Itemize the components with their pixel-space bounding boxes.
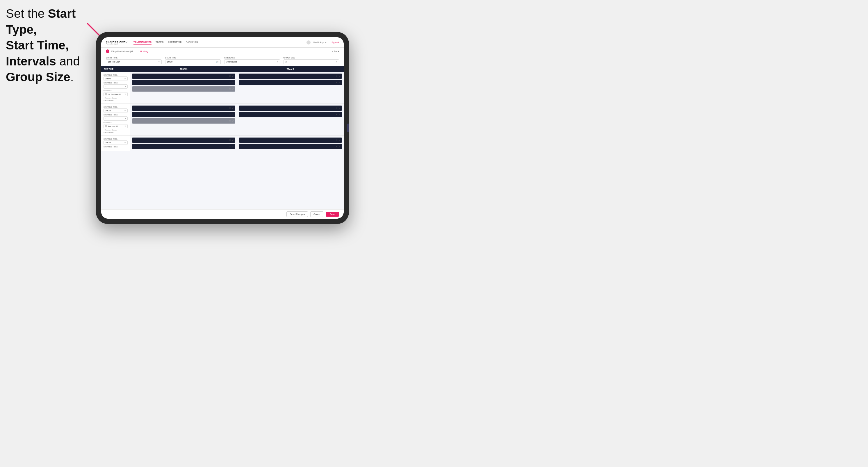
add-group-btn-2[interactable]: + Add Group bbox=[103, 131, 128, 133]
intervals-label: Intervals bbox=[224, 57, 280, 59]
user-email: blair@clippd.io bbox=[313, 41, 326, 43]
team1-col-1: ✕ ⤢ ✕ ⤢ ✕ bbox=[130, 72, 237, 103]
player-slot-2-1[interactable]: ✕ ⤢ bbox=[239, 73, 342, 79]
slot-actions-1-3: ✕ ⤢ bbox=[229, 88, 234, 90]
starting-time-input-1[interactable]: 10:00 ⏱ bbox=[103, 76, 128, 81]
bold-start-time: Start Time, bbox=[6, 38, 69, 52]
remove-group-btn-1[interactable]: ○ Remove Group bbox=[103, 97, 128, 99]
cancel-button[interactable]: Cancel bbox=[310, 211, 323, 217]
expand-icon-4-1[interactable]: ⤢ bbox=[339, 107, 341, 109]
player-slot-1-1[interactable]: ✕ ⤢ bbox=[132, 73, 235, 79]
intervals-group: Intervals 10 Minutes ▾ bbox=[224, 57, 280, 64]
nav-bar: SCOREBOARD Powered by clippd TOURNAMENTS… bbox=[101, 37, 344, 48]
course-label-2: COURSE: bbox=[103, 122, 128, 124]
chevron-icon-1: ▾ bbox=[125, 86, 126, 88]
expand-icon-6-2[interactable]: ⤢ bbox=[339, 146, 341, 148]
edit-icon-1-3[interactable]: ✕ bbox=[229, 88, 231, 90]
expand-icon-5-2[interactable]: ⤢ bbox=[232, 146, 234, 148]
nav-separator: | bbox=[329, 41, 329, 43]
close-icon-2-2[interactable]: ✕ bbox=[336, 82, 338, 84]
course-chip-2: East Lake GC ✕ bbox=[103, 124, 128, 128]
save-button[interactable]: Save bbox=[326, 212, 339, 217]
close-icon-4-1[interactable]: ✕ bbox=[336, 107, 338, 109]
expand-icon-4-2[interactable]: ⤢ bbox=[339, 114, 341, 116]
player-slot-5-2[interactable]: ✕ ⤢ bbox=[132, 144, 235, 149]
course-label-1: COURSE: bbox=[103, 90, 128, 92]
course-chip-1: (A) Peachtree GC ✕ bbox=[103, 92, 128, 96]
teams-area-3: ✕ ⤢ ✕ ⤢ bbox=[130, 136, 344, 151]
player-slot-3-1[interactable]: ✕ ⤢ bbox=[132, 105, 235, 111]
expand-icon-1-3[interactable]: ⤢ bbox=[232, 88, 234, 90]
edit-icon-1-1[interactable]: ✕ bbox=[229, 75, 231, 77]
chevron-down-icon-2: ▾ bbox=[277, 61, 278, 63]
starting-time-label-2: STARTING TIME: bbox=[103, 106, 128, 108]
instruction-period: . bbox=[70, 70, 74, 84]
player-slot-5-1[interactable]: ✕ ⤢ bbox=[132, 137, 235, 143]
intervals-select[interactable]: 10 Minutes ▾ bbox=[224, 59, 280, 64]
close-icon-course-2[interactable]: ✕ bbox=[124, 125, 126, 127]
tablet-frame: SCOREBOARD Powered by clippd TOURNAMENTS… bbox=[96, 32, 349, 224]
player-slot-1-3[interactable]: ✕ ⤢ bbox=[132, 86, 235, 92]
expand-icon-2-1[interactable]: ⤢ bbox=[339, 75, 341, 77]
close-icon-1[interactable]: ✕ bbox=[124, 93, 126, 95]
add-group-btn-1[interactable]: + Add Group bbox=[103, 99, 128, 101]
starting-time-input-3[interactable]: 10:20 ⏱ bbox=[103, 141, 128, 145]
close-icon-3-2[interactable]: ✕ bbox=[229, 114, 231, 116]
expand-icon-1-2[interactable]: ⤢ bbox=[232, 82, 234, 84]
edit-icon-1-2[interactable]: ✕ bbox=[229, 82, 231, 84]
start-time-group: Start Time 10:00 🕙 bbox=[165, 57, 221, 64]
course-name-2: East Lake GC bbox=[108, 125, 118, 127]
sidebar-toggle[interactable]: › bbox=[347, 124, 349, 132]
player-slot-4-1[interactable]: ✕ ⤢ bbox=[239, 105, 342, 111]
start-type-select[interactable]: 1st Tee Start ▾ bbox=[106, 59, 162, 64]
reset-changes-button[interactable]: Reset Changes bbox=[286, 211, 308, 217]
player-slot-6-1[interactable]: ✕ ⤢ bbox=[239, 137, 342, 143]
player-slot-6-2[interactable]: ✕ ⤢ bbox=[239, 144, 342, 149]
close-icon-3-3[interactable]: ✕ bbox=[229, 120, 231, 122]
team2-col-1: ✕ ⤢ ✕ ⤢ bbox=[237, 72, 344, 103]
table-header: Tee Time Team 1 Team 2 bbox=[101, 66, 344, 72]
bold-group-size: Group Size bbox=[6, 70, 70, 84]
back-button[interactable]: < Back bbox=[332, 50, 339, 53]
breadcrumb-tournament[interactable]: Clippd Invitational (Mo... bbox=[111, 50, 136, 53]
remove-group-btn-2[interactable]: ○ Remove Group bbox=[103, 129, 128, 131]
main-content[interactable]: STARTING TIME: 10:00 ⏱ STARTING HOLE: 1 … bbox=[101, 72, 344, 209]
player-slot-3-3[interactable]: ✕ ⤢ bbox=[132, 118, 235, 124]
expand-icon-6-1[interactable]: ⤢ bbox=[339, 139, 341, 141]
close-icon-4-2[interactable]: ✕ bbox=[336, 114, 338, 116]
course-icon-1 bbox=[105, 93, 107, 95]
tab-tournaments[interactable]: TOURNAMENTS bbox=[133, 39, 152, 45]
player-slot-1-2[interactable]: ✕ ⤢ bbox=[132, 80, 235, 85]
starting-time-label-3: STARTING TIME: bbox=[103, 138, 128, 140]
close-icon-6-1[interactable]: ✕ bbox=[336, 139, 338, 141]
starting-hole-input-1[interactable]: 1 ▾ bbox=[103, 84, 128, 89]
close-icon-5-2[interactable]: ✕ bbox=[229, 146, 231, 148]
team2-col-3: ✕ ⤢ ✕ ⤢ bbox=[237, 136, 344, 151]
start-time-select[interactable]: 10:00 🕙 bbox=[165, 59, 221, 64]
tab-teams[interactable]: TEAMS bbox=[156, 39, 164, 45]
starting-hole-input-2[interactable]: 1 ▾ bbox=[103, 116, 128, 121]
starting-time-input-2[interactable]: 10:10 ⏱ bbox=[103, 108, 128, 113]
expand-icon-3-3[interactable]: ⤢ bbox=[232, 120, 234, 122]
close-icon-5-1[interactable]: ✕ bbox=[229, 139, 231, 141]
tab-rankings[interactable]: RANKINGS bbox=[186, 39, 198, 45]
breadcrumb-current: Hosting bbox=[140, 50, 148, 53]
team1-col-2: ✕ ⤢ ✕ ⤢ ✕ bbox=[130, 104, 237, 135]
player-slot-2-2[interactable]: ✕ ⤢ bbox=[239, 80, 342, 85]
group-size-select[interactable]: 3 ▾ bbox=[283, 59, 339, 64]
breadcrumb-logo-icon: C bbox=[106, 50, 109, 53]
tab-committee[interactable]: COMMITTEE bbox=[168, 39, 182, 45]
close-icon-3-1[interactable]: ✕ bbox=[229, 107, 231, 109]
expand-icon-3-1[interactable]: ⤢ bbox=[232, 107, 234, 109]
player-slot-3-2[interactable]: ✕ ⤢ bbox=[132, 112, 235, 117]
player-slot-4-2[interactable]: ✕ ⤢ bbox=[239, 112, 342, 117]
expand-icon-1-1[interactable]: ⤢ bbox=[232, 75, 234, 77]
close-icon-2-1[interactable]: ✕ bbox=[336, 75, 338, 77]
close-icon-6-2[interactable]: ✕ bbox=[336, 146, 338, 148]
slot-actions-1-1: ✕ ⤢ bbox=[229, 75, 234, 77]
sign-out-link[interactable]: Sign out bbox=[332, 41, 339, 43]
expand-icon-3-2[interactable]: ⤢ bbox=[232, 114, 234, 116]
expand-icon-2-2[interactable]: ⤢ bbox=[339, 82, 341, 84]
group-row-2: STARTING TIME: 10:10 ⏱ STARTING HOLE: 1 … bbox=[101, 104, 344, 136]
expand-icon-5-1[interactable]: ⤢ bbox=[232, 139, 234, 141]
